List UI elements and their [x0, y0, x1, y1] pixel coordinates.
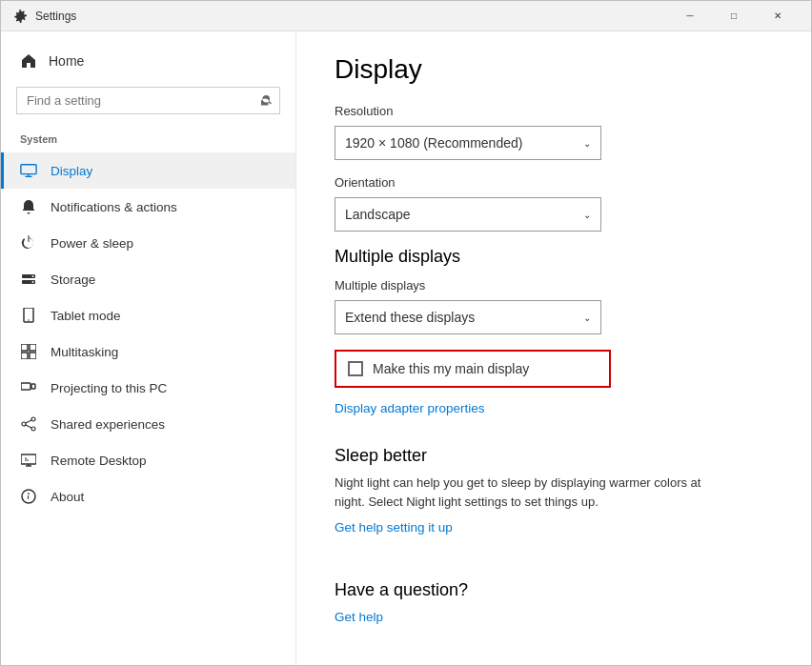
- sidebar-section-label: System: [1, 130, 295, 152]
- sidebar-item-notifications[interactable]: Notifications & actions: [1, 189, 295, 225]
- orientation-label: Orientation: [335, 175, 773, 190]
- titlebar-left: Settings: [12, 9, 76, 24]
- faq-title: Have a question?: [335, 580, 773, 600]
- maximize-button[interactable]: □: [712, 1, 756, 31]
- svg-point-8: [28, 319, 30, 321]
- main-display-checkbox-label: Make this my main display: [373, 361, 529, 376]
- search-input[interactable]: [16, 87, 280, 114]
- multiple-displays-dropdown[interactable]: Extend these displays ⌄: [335, 300, 601, 334]
- svg-rect-0: [21, 165, 36, 174]
- main-display-checkbox-row[interactable]: Make this my main display: [335, 350, 611, 388]
- svg-rect-13: [21, 383, 30, 390]
- main-display-checkbox[interactable]: [348, 361, 363, 376]
- sidebar: Home System: [1, 31, 296, 665]
- sidebar-home[interactable]: Home: [1, 43, 295, 79]
- svg-rect-11: [21, 353, 28, 359]
- multiple-displays-dropdown-arrow: ⌄: [583, 313, 591, 323]
- svg-point-18: [31, 427, 35, 431]
- content-area: Home System: [1, 31, 811, 665]
- notifications-icon: [20, 198, 37, 215]
- sidebar-item-label-about: About: [51, 490, 84, 504]
- about-icon: [20, 488, 37, 505]
- main-content: Display Resolution 1920 × 1080 (Recommen…: [296, 31, 811, 665]
- remote-icon: [20, 452, 37, 469]
- sidebar-item-label-display: Display: [51, 164, 92, 178]
- svg-line-19: [26, 420, 31, 423]
- orientation-dropdown-arrow: ⌄: [583, 210, 591, 220]
- sidebar-item-label-power: Power & sleep: [51, 236, 133, 251]
- settings-app-icon: [12, 9, 28, 24]
- sidebar-item-shared[interactable]: Shared experiences: [1, 406, 295, 442]
- sidebar-item-storage[interactable]: Storage: [1, 261, 295, 297]
- sidebar-item-label-storage: Storage: [51, 272, 95, 287]
- minimize-button[interactable]: ─: [668, 1, 712, 31]
- sleep-help-link[interactable]: Get help setting it up: [335, 520, 453, 535]
- sidebar-item-label-tablet: Tablet mode: [51, 309, 121, 323]
- sidebar-item-display[interactable]: Display: [1, 152, 295, 189]
- resolution-value: 1920 × 1080 (Recommended): [345, 135, 522, 151]
- svg-line-20: [26, 425, 31, 428]
- sidebar-item-label-remote: Remote Desktop: [51, 454, 147, 468]
- projecting-icon: [20, 379, 37, 396]
- sidebar-item-projecting[interactable]: Projecting to this PC: [1, 370, 295, 406]
- svg-point-17: [22, 422, 26, 426]
- orientation-value: Landscape: [345, 207, 411, 222]
- power-icon: [20, 234, 37, 252]
- shared-icon: [20, 415, 37, 433]
- sidebar-item-label-notifications: Notifications & actions: [51, 200, 177, 214]
- settings-window: Settings ─ □ ✕ Home: [0, 0, 812, 666]
- svg-rect-12: [30, 353, 36, 359]
- page-title: Display: [335, 54, 773, 85]
- titlebar: Settings ─ □ ✕: [1, 1, 811, 31]
- sleep-title: Sleep better: [335, 446, 773, 466]
- sleep-description: Night light can help you get to sleep by…: [335, 474, 716, 511]
- display-adapter-link[interactable]: Display adapter properties: [335, 401, 485, 415]
- sidebar-item-label-projecting: Projecting to this PC: [51, 381, 167, 395]
- display-icon: [20, 162, 37, 179]
- multitasking-icon: [20, 343, 37, 360]
- close-button[interactable]: ✕: [756, 1, 800, 31]
- svg-point-16: [31, 417, 35, 421]
- sidebar-item-label-shared: Shared experiences: [51, 417, 165, 432]
- search-button[interactable]: [261, 93, 273, 108]
- svg-rect-9: [21, 344, 28, 351]
- sidebar-item-about[interactable]: About: [1, 478, 295, 515]
- sidebar-item-tablet[interactable]: Tablet mode: [1, 297, 295, 333]
- resolution-dropdown-arrow: ⌄: [583, 138, 591, 149]
- svg-rect-10: [30, 344, 36, 351]
- sleep-section: Sleep better Night light can help you ge…: [335, 446, 773, 557]
- multiple-displays-label: Multiple displays: [335, 278, 773, 293]
- home-icon: [20, 52, 37, 70]
- svg-rect-21: [21, 454, 36, 464]
- sidebar-item-power[interactable]: Power & sleep: [1, 225, 295, 261]
- sidebar-item-remote[interactable]: Remote Desktop: [1, 442, 295, 478]
- multiple-displays-heading: Multiple displays: [335, 247, 773, 267]
- resolution-label: Resolution: [335, 104, 773, 118]
- faq-help-link[interactable]: Get help: [335, 610, 383, 624]
- multiple-displays-value: Extend these displays: [345, 310, 475, 325]
- svg-point-6: [32, 281, 34, 283]
- svg-point-5: [32, 275, 34, 277]
- storage-icon: [20, 271, 37, 288]
- sidebar-item-multitasking[interactable]: Multitasking: [1, 333, 295, 370]
- resolution-dropdown[interactable]: 1920 × 1080 (Recommended) ⌄: [335, 126, 601, 160]
- faq-section: Have a question? Get help: [335, 580, 773, 647]
- titlebar-title: Settings: [35, 10, 76, 23]
- svg-rect-14: [31, 384, 35, 389]
- titlebar-controls: ─ □ ✕: [668, 1, 800, 31]
- sidebar-item-label-multitasking: Multitasking: [51, 345, 118, 359]
- tablet-icon: [20, 307, 37, 324]
- orientation-dropdown[interactable]: Landscape ⌄: [335, 197, 601, 232]
- home-label: Home: [49, 53, 84, 69]
- search-box: [16, 87, 280, 114]
